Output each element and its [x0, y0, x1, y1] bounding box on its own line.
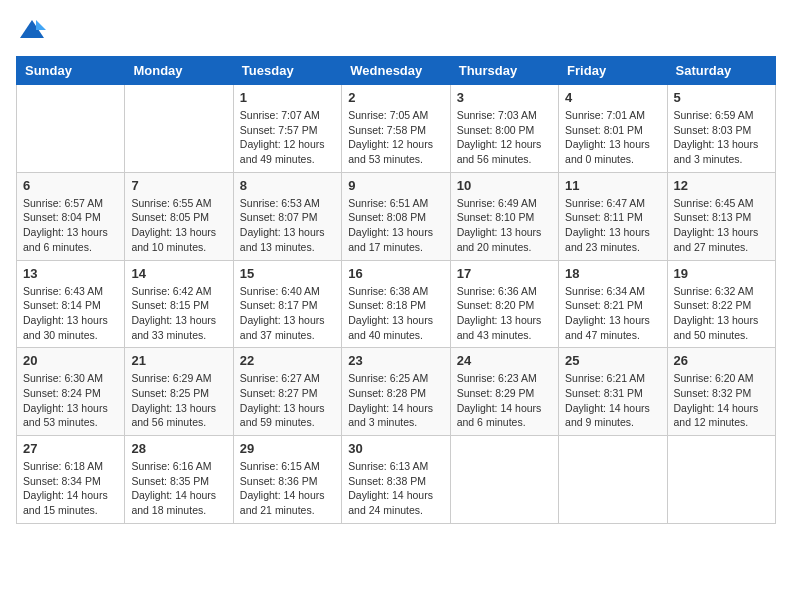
day-info: Sunrise: 6:34 AM Sunset: 8:21 PM Dayligh… [565, 284, 660, 343]
calendar-cell [559, 436, 667, 524]
day-number: 7 [131, 178, 226, 193]
calendar-cell: 6Sunrise: 6:57 AM Sunset: 8:04 PM Daylig… [17, 172, 125, 260]
calendar-cell: 9Sunrise: 6:51 AM Sunset: 8:08 PM Daylig… [342, 172, 450, 260]
calendar-cell: 10Sunrise: 6:49 AM Sunset: 8:10 PM Dayli… [450, 172, 558, 260]
calendar-cell [450, 436, 558, 524]
logo-icon [18, 16, 46, 44]
calendar-week-row: 6Sunrise: 6:57 AM Sunset: 8:04 PM Daylig… [17, 172, 776, 260]
calendar-week-row: 27Sunrise: 6:18 AM Sunset: 8:34 PM Dayli… [17, 436, 776, 524]
day-info: Sunrise: 6:16 AM Sunset: 8:35 PM Dayligh… [131, 459, 226, 518]
day-number: 5 [674, 90, 769, 105]
day-info: Sunrise: 6:29 AM Sunset: 8:25 PM Dayligh… [131, 371, 226, 430]
col-header-wednesday: Wednesday [342, 57, 450, 85]
day-number: 27 [23, 441, 118, 456]
calendar-cell: 13Sunrise: 6:43 AM Sunset: 8:14 PM Dayli… [17, 260, 125, 348]
day-number: 19 [674, 266, 769, 281]
calendar-cell: 12Sunrise: 6:45 AM Sunset: 8:13 PM Dayli… [667, 172, 775, 260]
day-number: 21 [131, 353, 226, 368]
day-info: Sunrise: 7:01 AM Sunset: 8:01 PM Dayligh… [565, 108, 660, 167]
calendar-cell: 25Sunrise: 6:21 AM Sunset: 8:31 PM Dayli… [559, 348, 667, 436]
day-info: Sunrise: 6:51 AM Sunset: 8:08 PM Dayligh… [348, 196, 443, 255]
calendar-cell: 22Sunrise: 6:27 AM Sunset: 8:27 PM Dayli… [233, 348, 341, 436]
day-number: 13 [23, 266, 118, 281]
col-header-monday: Monday [125, 57, 233, 85]
calendar-cell [667, 436, 775, 524]
calendar-cell: 4Sunrise: 7:01 AM Sunset: 8:01 PM Daylig… [559, 85, 667, 173]
col-header-friday: Friday [559, 57, 667, 85]
calendar-cell: 29Sunrise: 6:15 AM Sunset: 8:36 PM Dayli… [233, 436, 341, 524]
day-number: 11 [565, 178, 660, 193]
logo [16, 16, 46, 44]
day-number: 6 [23, 178, 118, 193]
day-info: Sunrise: 6:21 AM Sunset: 8:31 PM Dayligh… [565, 371, 660, 430]
calendar-cell: 28Sunrise: 6:16 AM Sunset: 8:35 PM Dayli… [125, 436, 233, 524]
col-header-saturday: Saturday [667, 57, 775, 85]
day-info: Sunrise: 6:40 AM Sunset: 8:17 PM Dayligh… [240, 284, 335, 343]
day-number: 1 [240, 90, 335, 105]
day-info: Sunrise: 6:47 AM Sunset: 8:11 PM Dayligh… [565, 196, 660, 255]
header [16, 16, 776, 44]
day-number: 10 [457, 178, 552, 193]
day-number: 24 [457, 353, 552, 368]
day-info: Sunrise: 6:13 AM Sunset: 8:38 PM Dayligh… [348, 459, 443, 518]
calendar-cell: 15Sunrise: 6:40 AM Sunset: 8:17 PM Dayli… [233, 260, 341, 348]
calendar-cell [17, 85, 125, 173]
calendar-table: SundayMondayTuesdayWednesdayThursdayFrid… [16, 56, 776, 524]
day-number: 8 [240, 178, 335, 193]
calendar-cell: 16Sunrise: 6:38 AM Sunset: 8:18 PM Dayli… [342, 260, 450, 348]
day-number: 29 [240, 441, 335, 456]
calendar-cell: 30Sunrise: 6:13 AM Sunset: 8:38 PM Dayli… [342, 436, 450, 524]
day-info: Sunrise: 6:32 AM Sunset: 8:22 PM Dayligh… [674, 284, 769, 343]
calendar-cell: 26Sunrise: 6:20 AM Sunset: 8:32 PM Dayli… [667, 348, 775, 436]
day-info: Sunrise: 7:03 AM Sunset: 8:00 PM Dayligh… [457, 108, 552, 167]
day-number: 4 [565, 90, 660, 105]
col-header-thursday: Thursday [450, 57, 558, 85]
calendar-cell: 14Sunrise: 6:42 AM Sunset: 8:15 PM Dayli… [125, 260, 233, 348]
day-number: 26 [674, 353, 769, 368]
calendar-cell: 18Sunrise: 6:34 AM Sunset: 8:21 PM Dayli… [559, 260, 667, 348]
col-header-tuesday: Tuesday [233, 57, 341, 85]
day-info: Sunrise: 7:05 AM Sunset: 7:58 PM Dayligh… [348, 108, 443, 167]
day-number: 30 [348, 441, 443, 456]
day-number: 28 [131, 441, 226, 456]
day-info: Sunrise: 6:36 AM Sunset: 8:20 PM Dayligh… [457, 284, 552, 343]
day-info: Sunrise: 6:25 AM Sunset: 8:28 PM Dayligh… [348, 371, 443, 430]
day-info: Sunrise: 6:15 AM Sunset: 8:36 PM Dayligh… [240, 459, 335, 518]
day-number: 16 [348, 266, 443, 281]
calendar-cell: 17Sunrise: 6:36 AM Sunset: 8:20 PM Dayli… [450, 260, 558, 348]
svg-marker-1 [36, 20, 46, 30]
calendar-cell: 3Sunrise: 7:03 AM Sunset: 8:00 PM Daylig… [450, 85, 558, 173]
day-number: 3 [457, 90, 552, 105]
day-info: Sunrise: 6:38 AM Sunset: 8:18 PM Dayligh… [348, 284, 443, 343]
calendar-cell: 8Sunrise: 6:53 AM Sunset: 8:07 PM Daylig… [233, 172, 341, 260]
calendar-cell: 7Sunrise: 6:55 AM Sunset: 8:05 PM Daylig… [125, 172, 233, 260]
day-info: Sunrise: 6:23 AM Sunset: 8:29 PM Dayligh… [457, 371, 552, 430]
day-number: 22 [240, 353, 335, 368]
calendar-cell: 23Sunrise: 6:25 AM Sunset: 8:28 PM Dayli… [342, 348, 450, 436]
calendar-cell [125, 85, 233, 173]
calendar-cell: 5Sunrise: 6:59 AM Sunset: 8:03 PM Daylig… [667, 85, 775, 173]
day-info: Sunrise: 6:57 AM Sunset: 8:04 PM Dayligh… [23, 196, 118, 255]
day-info: Sunrise: 7:07 AM Sunset: 7:57 PM Dayligh… [240, 108, 335, 167]
calendar-cell: 11Sunrise: 6:47 AM Sunset: 8:11 PM Dayli… [559, 172, 667, 260]
day-info: Sunrise: 6:27 AM Sunset: 8:27 PM Dayligh… [240, 371, 335, 430]
day-info: Sunrise: 6:20 AM Sunset: 8:32 PM Dayligh… [674, 371, 769, 430]
calendar-cell: 24Sunrise: 6:23 AM Sunset: 8:29 PM Dayli… [450, 348, 558, 436]
day-number: 23 [348, 353, 443, 368]
day-number: 2 [348, 90, 443, 105]
day-info: Sunrise: 6:59 AM Sunset: 8:03 PM Dayligh… [674, 108, 769, 167]
day-info: Sunrise: 6:53 AM Sunset: 8:07 PM Dayligh… [240, 196, 335, 255]
day-info: Sunrise: 6:55 AM Sunset: 8:05 PM Dayligh… [131, 196, 226, 255]
calendar-cell: 21Sunrise: 6:29 AM Sunset: 8:25 PM Dayli… [125, 348, 233, 436]
calendar-cell: 2Sunrise: 7:05 AM Sunset: 7:58 PM Daylig… [342, 85, 450, 173]
day-number: 12 [674, 178, 769, 193]
day-info: Sunrise: 6:18 AM Sunset: 8:34 PM Dayligh… [23, 459, 118, 518]
calendar-cell: 1Sunrise: 7:07 AM Sunset: 7:57 PM Daylig… [233, 85, 341, 173]
day-number: 9 [348, 178, 443, 193]
day-info: Sunrise: 6:43 AM Sunset: 8:14 PM Dayligh… [23, 284, 118, 343]
day-number: 17 [457, 266, 552, 281]
calendar-cell: 27Sunrise: 6:18 AM Sunset: 8:34 PM Dayli… [17, 436, 125, 524]
day-number: 25 [565, 353, 660, 368]
calendar-cell: 20Sunrise: 6:30 AM Sunset: 8:24 PM Dayli… [17, 348, 125, 436]
calendar-week-row: 1Sunrise: 7:07 AM Sunset: 7:57 PM Daylig… [17, 85, 776, 173]
